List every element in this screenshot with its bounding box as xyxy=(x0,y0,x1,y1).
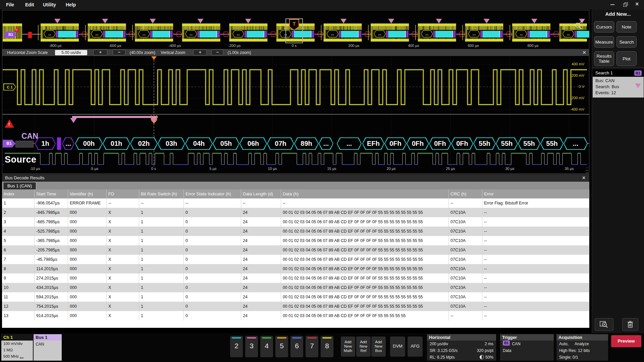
add-plot-button[interactable]: Plot xyxy=(616,51,637,66)
bus1-type: CAN xyxy=(34,341,62,348)
cell: -- xyxy=(482,274,589,283)
svg-text:...: ... xyxy=(143,32,146,36)
minimize-icon[interactable] xyxy=(610,2,615,7)
table-row[interactable]: 1-906.0547µsERROR FRAME------------Error… xyxy=(2,198,589,208)
add-note-button[interactable]: Note xyxy=(616,21,637,33)
table-row[interactable]: 3-685.7985µs000X102400 01 02 03 04 05 06… xyxy=(2,217,589,227)
add-results-table-button[interactable]: Results Table xyxy=(594,51,614,66)
cell: 0 xyxy=(184,302,241,311)
search-event-marker[interactable] xyxy=(531,19,537,23)
cell: 000 xyxy=(68,227,107,236)
channel-1-badge[interactable]: C 1 xyxy=(3,83,16,90)
search1-body[interactable]: Bus: CAN Search: Bus Events: 12 xyxy=(593,77,644,98)
channel-8-button[interactable]: 8 xyxy=(321,336,333,357)
channel-2-button[interactable]: 2 xyxy=(230,336,243,357)
h-zoom-scale-value[interactable]: 5.00 us/div xyxy=(55,50,87,55)
search-event-marker[interactable] xyxy=(198,19,204,23)
horizontal-panel[interactable]: Horizontal 200 µs/div2 ms SR: 3.125 GS/s… xyxy=(427,334,496,361)
cell: X xyxy=(107,292,139,302)
table-row[interactable]: 9274.2015µs000X102400 01 02 03 04 05 06 … xyxy=(2,274,589,283)
v-zoom-plus-button[interactable]: + xyxy=(193,50,207,55)
cell: 1 xyxy=(139,274,184,283)
preview-button[interactable]: Preview xyxy=(611,335,641,347)
channel-1-tile[interactable]: Ch 1 100 mV/div 1 MΩ 500 MHz Bw xyxy=(1,334,33,361)
svg-text:...: ... xyxy=(473,32,476,36)
overview-tick-label: -800 µs xyxy=(40,44,70,48)
v-zoom-minus-button[interactable]: − xyxy=(211,50,223,55)
cell: 00 01 02 03 04 05 06 07 89 AB CD EF 0F 0… xyxy=(281,274,449,283)
cell: ERROR FRAME xyxy=(68,198,107,208)
search-event-marker[interactable] xyxy=(54,19,60,23)
channel-6-button[interactable]: 6 xyxy=(290,336,303,357)
cell: 000 xyxy=(68,311,107,320)
search-event-marker[interactable] xyxy=(245,19,251,23)
search1-header[interactable]: Search 1 B1 xyxy=(593,69,644,77)
decode-frame: 89h xyxy=(294,137,319,150)
table-row[interactable]: 6-205.7985µs000X102400 01 02 03 04 05 06… xyxy=(2,245,589,255)
add-new-math-button[interactable]: AddNewMath xyxy=(341,337,355,357)
add-new-ref-button[interactable]: AddNewRef xyxy=(356,337,371,357)
tab-bus1-can[interactable]: Bus 1 (CAN) xyxy=(3,182,36,189)
h-zoom-minus-button[interactable]: − xyxy=(113,50,125,55)
trigger-panel[interactable]: Trigger B1CAN Data xyxy=(500,334,554,361)
add-cursors-button[interactable]: Cursors xyxy=(594,21,614,33)
bus-source-box[interactable] xyxy=(15,141,34,147)
cell: X xyxy=(107,311,139,320)
table-row[interactable]: 8114.2015µs000X102400 01 02 03 04 05 06 … xyxy=(2,264,589,274)
trigger-b1-badge: B1 xyxy=(503,341,510,346)
table-row[interactable]: 13914.2015µs000X102400 01 02 03 04 05 06… xyxy=(2,311,589,320)
acquisition-panel[interactable]: Acquisition Auto,Analyze High Res: 12 bi… xyxy=(556,334,608,361)
table-row[interactable]: 5-365.7985µs000X102400 01 02 03 04 05 06… xyxy=(2,236,589,245)
decode-frame: 00h xyxy=(75,137,103,150)
cell: 000 xyxy=(68,255,107,264)
decode-frame: 01h xyxy=(103,137,130,150)
close-icon[interactable]: × xyxy=(635,2,641,7)
decode-frame-value: 55h xyxy=(474,138,495,149)
cell: 1 xyxy=(139,245,184,255)
search-event-marker[interactable] xyxy=(150,19,156,23)
decode-frame-stuff-bit xyxy=(57,137,61,150)
add-measure-button[interactable]: Measure xyxy=(594,36,614,48)
zoom-close-icon[interactable]: × xyxy=(583,49,586,56)
bus-1-tile[interactable]: Bus 1 CAN xyxy=(34,334,62,361)
cell: 00 01 02 03 04 05 06 07 89 AB CD EF 0F 0… xyxy=(281,208,449,217)
table-row[interactable]: 7-45.7985µs000X102400 01 02 03 04 05 06 … xyxy=(2,255,589,264)
results-close-icon[interactable]: × xyxy=(582,174,585,182)
table-row[interactable]: 12754.2015µs000X102400 01 02 03 04 05 06… xyxy=(2,302,589,311)
cell: 00 01 02 03 04 05 06 07 89 AB CD EF 0F 0… xyxy=(281,236,449,245)
add-search-button[interactable]: Search xyxy=(616,36,637,48)
svg-text:...: ... xyxy=(567,32,570,36)
delete-button[interactable] xyxy=(622,318,638,331)
table-row[interactable]: 2-845.7985µs000X102400 01 02 03 04 05 06… xyxy=(2,208,589,217)
add-new-bus-button[interactable]: AddNewBus xyxy=(371,337,386,357)
column-header: Bit Rate Switch (h) xyxy=(139,189,184,198)
cell: -906.0547µs xyxy=(35,198,68,208)
table-row[interactable]: 11594.2015µs000X102400 01 02 03 04 05 06… xyxy=(2,292,589,302)
results-title-bar[interactable]: Bus Decode Results × xyxy=(2,174,589,182)
search-event-marker[interactable] xyxy=(102,19,108,23)
afg-button[interactable]: AFG xyxy=(408,337,423,357)
table-row[interactable]: 10434.2015µs000X102400 01 02 03 04 05 06… xyxy=(2,283,589,292)
cell: X xyxy=(107,208,139,217)
channel-7-button[interactable]: 7 xyxy=(306,336,318,357)
cell: 1 xyxy=(2,198,35,208)
search-event-marker[interactable] xyxy=(340,19,346,23)
results-header-row: IndexStart TimeIdentifier (h)FDBit Rate … xyxy=(2,189,589,198)
table-row[interactable]: 4-525.7985µs000X102400 01 02 03 04 05 06… xyxy=(2,227,589,236)
voltage-tick-label: 200 mV xyxy=(557,73,584,77)
search-event-marker[interactable] xyxy=(388,19,394,23)
channel-number: 7 xyxy=(306,342,318,350)
trigger-title: Trigger xyxy=(500,334,554,341)
channel-number: 3 xyxy=(245,342,258,350)
zoom-results-button[interactable] xyxy=(595,318,613,331)
channel-5-button[interactable]: 5 xyxy=(275,336,288,357)
search-event-marker[interactable] xyxy=(484,19,490,23)
search-event-marker[interactable] xyxy=(436,19,442,23)
cell: 07C10A xyxy=(449,208,482,217)
h-zoom-plus-button[interactable]: + xyxy=(93,50,107,55)
dvm-button[interactable]: DVM xyxy=(390,337,405,357)
search1-panel[interactable]: Search 1 B1 Bus: CAN Search: Bus Events:… xyxy=(593,69,644,98)
restore-icon[interactable] xyxy=(623,2,628,7)
channel-4-button[interactable]: 4 xyxy=(260,336,273,357)
channel-3-button[interactable]: 3 xyxy=(245,336,258,357)
